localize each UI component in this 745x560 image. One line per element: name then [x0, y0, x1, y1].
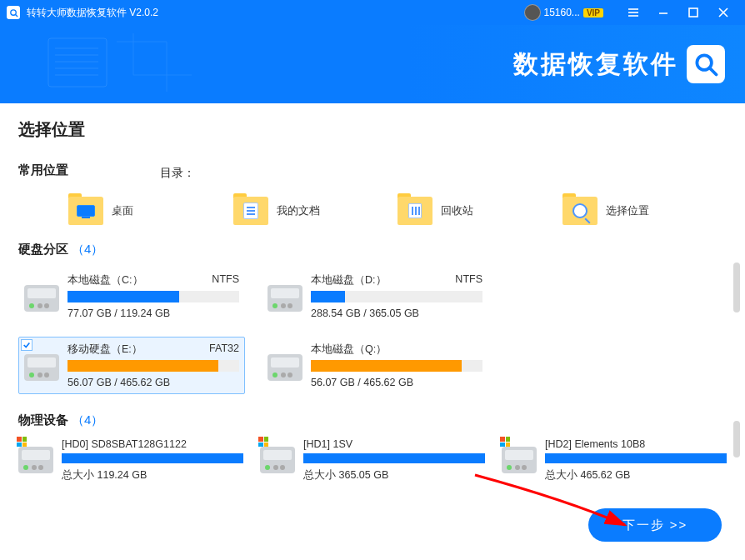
drive-icon — [268, 285, 302, 312]
partition-name: 本地磁盘（Q:） — [311, 342, 387, 357]
physical-size: 总大小 465.62 GB — [545, 468, 727, 482]
physical-section-label: 物理设备（4） — [18, 412, 727, 428]
vip-badge: VIP — [583, 8, 603, 18]
desktop-icon — [77, 205, 95, 217]
physical-size: 总大小 365.05 GB — [303, 468, 485, 482]
partitions-count: （4） — [72, 242, 103, 256]
physical-grid: [HD0] SD8SBAT128G1122 总大小 119.24 GB [HD1… — [18, 438, 727, 482]
drive-icon — [502, 447, 537, 473]
app-logo-icon — [7, 6, 20, 19]
partition-fs: NTFS — [455, 273, 482, 288]
partitions-label-text: 硬盘分区 — [18, 242, 68, 256]
banner-decoration — [42, 33, 208, 100]
windows-icon — [17, 437, 27, 447]
directory-label: 目录： — [160, 166, 195, 181]
partition-fs: NTFS — [212, 273, 239, 288]
banner: 数据恢复软件 — [0, 25, 745, 103]
physical-label-text: 物理设备 — [18, 412, 68, 427]
windows-icon — [258, 437, 268, 447]
maximize-button[interactable] — [678, 0, 708, 25]
folder-icon — [233, 197, 268, 225]
recycle-icon — [408, 203, 422, 218]
physical-device-item[interactable]: [HD0] SD8SBAT128G1122 总大小 119.24 GB — [18, 438, 243, 482]
svg-line-1 — [15, 14, 18, 17]
drive-icon — [24, 285, 59, 312]
menu-button[interactable] — [618, 0, 648, 25]
next-button[interactable]: 下一步 >> — [588, 508, 722, 542]
physical-name: [HD1] 1SV — [303, 438, 485, 450]
folder-icon — [398, 197, 432, 225]
checkbox-icon — [21, 339, 32, 351]
folder-icon — [68, 197, 103, 225]
usage-bar — [68, 291, 239, 302]
content-area: 选择位置 常用位置 目录： 桌面 我的文档 回收站 选择位置 硬盘分区（4） 本… — [0, 103, 745, 560]
partition-size: 77.07 GB / 119.24 GB — [68, 308, 239, 319]
partition-fs: FAT32 — [209, 342, 239, 357]
usage-bar — [311, 360, 482, 372]
common-desktop[interactable]: 桌面 — [68, 197, 233, 225]
partition-item[interactable]: 本地磁盘（C:）NTFS 77.07 GB / 119.24 GB — [18, 268, 245, 325]
partition-name: 移动硬盘（E:） — [68, 342, 142, 357]
common-item-label: 桌面 — [112, 203, 133, 218]
user-name: 15160... — [544, 7, 580, 18]
common-item-label: 回收站 — [441, 203, 473, 218]
close-button[interactable] — [708, 0, 738, 25]
windows-icon — [500, 437, 510, 447]
partition-name: 本地磁盘（D:） — [311, 273, 387, 288]
partition-size: 56.07 GB / 465.62 GB — [68, 377, 239, 388]
usage-bar — [62, 453, 243, 463]
folder-icon — [562, 197, 598, 225]
minimize-button[interactable] — [648, 0, 678, 25]
svg-rect-6 — [689, 8, 698, 17]
usage-bar — [68, 360, 239, 372]
svg-point-0 — [10, 9, 15, 14]
common-browse[interactable]: 选择位置 — [562, 197, 728, 225]
svg-rect-9 — [48, 38, 107, 87]
usage-bar — [545, 453, 727, 463]
app-title: 转转大师数据恢复软件 V2.0.2 — [27, 6, 524, 20]
drive-icon — [268, 354, 302, 381]
partition-item[interactable]: 移动硬盘（E:）FAT32 56.07 GB / 465.62 GB — [18, 337, 245, 394]
common-recycle[interactable]: 回收站 — [398, 197, 562, 225]
drive-icon — [18, 447, 53, 473]
svg-line-16 — [709, 68, 716, 74]
partitions-section-label: 硬盘分区（4） — [18, 242, 727, 258]
documents-icon — [243, 202, 258, 219]
partition-item[interactable]: 本地磁盘（D:）NTFS 288.54 GB / 365.05 GB — [262, 268, 488, 325]
common-item-label: 选择位置 — [606, 203, 649, 218]
common-documents[interactable]: 我的文档 — [233, 197, 398, 225]
usage-bar — [303, 453, 485, 463]
partition-name: 本地磁盘（C:） — [68, 273, 143, 288]
physical-name: [HD2] Elements 10B8 — [545, 438, 727, 450]
brand-text: 数据恢复软件 — [513, 48, 678, 82]
partitions-grid: 本地磁盘（C:）NTFS 77.07 GB / 119.24 GB 本地磁盘（D… — [18, 268, 727, 394]
search-icon — [572, 203, 588, 218]
avatar — [524, 4, 541, 21]
drive-icon — [24, 354, 59, 381]
brand-icon — [687, 45, 725, 83]
common-item-label: 我的文档 — [277, 203, 320, 218]
drive-icon — [260, 447, 295, 473]
usage-bar — [311, 291, 482, 302]
physical-device-item[interactable]: [HD2] Elements 10B8 总大小 465.62 GB — [502, 438, 727, 482]
common-locations: 桌面 我的文档 回收站 选择位置 — [18, 197, 727, 225]
physical-size: 总大小 119.24 GB — [62, 468, 243, 482]
physical-name: [HD0] SD8SBAT128G1122 — [62, 438, 243, 450]
page-title: 选择位置 — [18, 118, 727, 141]
partition-size: 288.54 GB / 365.05 GB — [311, 308, 482, 319]
physical-device-item[interactable]: [HD1] 1SV 总大小 365.05 GB — [260, 438, 485, 482]
common-section-label: 常用位置 — [18, 162, 68, 178]
partition-item[interactable]: 本地磁盘（Q:） 56.07 GB / 465.62 GB — [262, 337, 488, 394]
physical-count: （4） — [72, 412, 103, 427]
user-area[interactable]: 15160... VIP — [524, 4, 604, 21]
partition-size: 56.07 GB / 465.62 GB — [311, 377, 482, 388]
scrollbar-thumb[interactable] — [733, 421, 740, 458]
scrollbar-thumb[interactable] — [733, 262, 740, 312]
titlebar: 转转大师数据恢复软件 V2.0.2 15160... VIP — [0, 0, 745, 25]
